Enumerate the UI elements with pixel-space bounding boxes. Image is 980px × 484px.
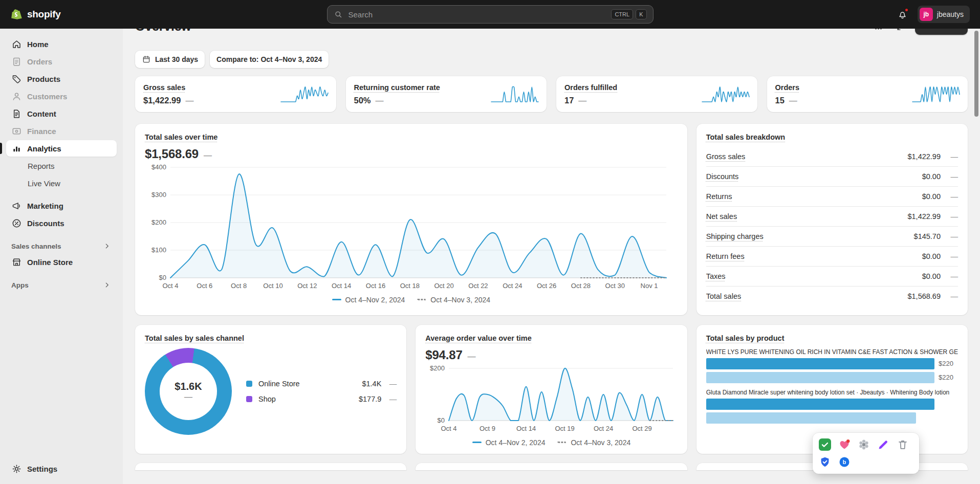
change-indicator: — [185, 96, 193, 105]
change-indicator: — [385, 395, 397, 403]
breakdown-row-return-fees: Return fees$0.00— [706, 247, 958, 267]
svg-text:Oct 14: Oct 14 [516, 425, 536, 432]
shield-icon[interactable] [819, 456, 831, 468]
brand-name: shopify [27, 9, 60, 20]
breakdown-label[interactable]: Gross sales [706, 152, 746, 161]
metric-title[interactable]: Total sales by sales channel [145, 334, 244, 342]
sidebar-item-online-store[interactable]: Online Store [6, 254, 117, 270]
apps-label: Apps [11, 281, 29, 289]
sidebar-item-analytics[interactable]: Analytics [6, 140, 117, 157]
aov-value: $94.87 [425, 348, 462, 362]
calendar-icon [142, 55, 151, 64]
sidebar-item-label: Settings [27, 465, 57, 473]
flower-icon[interactable] [858, 438, 870, 451]
kpi-card-returning-customer-rate[interactable]: Returning customer rate50%— [346, 76, 547, 112]
heart-icon[interactable] [838, 438, 851, 451]
breakdown-label[interactable]: Discounts [706, 172, 739, 181]
sidebar-item-label: Marketing [27, 202, 63, 210]
sidebar-item-reports[interactable]: Reports [6, 158, 117, 174]
svg-text:Oct 24: Oct 24 [503, 282, 522, 290]
svg-text:Oct 9: Oct 9 [480, 425, 495, 432]
breakdown-label[interactable]: Total sales [706, 292, 742, 300]
content-icon [11, 108, 22, 119]
svg-text:$0: $0 [159, 274, 166, 281]
search-icon [334, 10, 343, 19]
svg-text:Oct 30: Oct 30 [605, 282, 625, 290]
kpi-label[interactable]: Gross sales [143, 83, 185, 92]
circle-b-icon[interactable]: b [838, 456, 851, 468]
product-bar [706, 412, 917, 424]
kpi-card-orders-fulfilled[interactable]: Orders fulfilled17— [556, 76, 757, 112]
breakdown-label[interactable]: Returns [706, 192, 732, 201]
sales-channels-section[interactable]: Sales channels [6, 238, 117, 254]
color-swatch-icon [246, 396, 252, 402]
sidebar-item-finance[interactable]: Finance [6, 123, 117, 139]
svg-text:Oct 14: Oct 14 [332, 282, 351, 290]
shopify-logo[interactable]: shopify [10, 8, 60, 21]
sidebar-item-orders[interactable]: Orders [6, 53, 117, 70]
product-bar [706, 358, 934, 369]
svg-text:Oct 26: Oct 26 [537, 282, 556, 290]
user-menu[interactable]: jb jbeautys [918, 6, 970, 23]
sidebar-item-discounts[interactable]: Discounts [6, 215, 117, 231]
sidebar-item-label: Reports [28, 162, 55, 170]
legend-item: Oct 4–Nov 3, 2024 [557, 438, 630, 447]
svg-text:Nov 1: Nov 1 [641, 282, 658, 290]
svg-text:Oct 16: Oct 16 [366, 282, 385, 290]
channel-legend: Online Store$1.4K—Shop$177.9— [232, 376, 397, 407]
sidebar-item-marketing[interactable]: Marketing [6, 197, 117, 214]
sidebar-item-label: Customers [27, 92, 67, 101]
global-search[interactable]: CTRL K [327, 5, 654, 24]
kpi-value: $1,422.99 [143, 96, 181, 105]
svg-text:Oct 28: Oct 28 [571, 282, 591, 290]
metric-title[interactable]: Total sales over time [145, 133, 217, 141]
svg-text:Oct 4: Oct 4 [162, 282, 178, 290]
sidebar-item-label: Online Store [27, 258, 73, 267]
compare-filter[interactable]: Compare to: Oct 4–Nov 3, 2024 [210, 51, 329, 68]
breakdown-label[interactable]: Net sales [706, 212, 737, 221]
breakdown-label[interactable]: Shipping charges [706, 232, 764, 240]
sidebar-item-label: Discounts [27, 219, 64, 228]
notifications-button[interactable] [894, 6, 911, 23]
breakdown-value: $1,422.99 [907, 152, 941, 161]
breakdown-label[interactable]: Taxes [706, 272, 726, 280]
sidebar-item-products[interactable]: Products [6, 71, 117, 87]
kpi-card-gross-sales[interactable]: Gross sales$1,422.99— [135, 76, 336, 112]
apps-section[interactable]: Apps [6, 277, 117, 293]
date-range-filter[interactable]: Last 30 days [135, 51, 205, 68]
kpi-label[interactable]: Orders [775, 83, 800, 92]
kpi-card-orders[interactable]: Orders15— [767, 76, 968, 112]
kpi-label[interactable]: Returning customer rate [354, 83, 440, 92]
kpi-value: 15 [775, 96, 785, 105]
sidebar-item-settings[interactable]: Settings [6, 460, 117, 477]
sidebar-nav: HomeOrdersProductsCustomersContentFinanc… [6, 36, 117, 231]
checkmark-icon[interactable] [819, 438, 831, 451]
change-indicator: — [948, 252, 958, 260]
trash-icon[interactable] [897, 438, 909, 451]
orders-icon [11, 56, 22, 67]
scrollbar-thumb[interactable] [974, 31, 978, 117]
pen-icon[interactable] [877, 438, 889, 451]
sidebar-item-content[interactable]: Content [6, 105, 117, 122]
svg-text:Oct 19: Oct 19 [555, 425, 575, 432]
product-name: WHITE LYS PURE WHITENING OIL RICH IN VIT… [706, 348, 958, 356]
sidebar-item-live-view[interactable]: Live View [6, 175, 117, 191]
metric-title[interactable]: Total sales breakdown [706, 133, 785, 141]
breakdown-label[interactable]: Return fees [706, 252, 745, 260]
metric-title[interactable]: Total sales by product [706, 334, 785, 342]
discounts-icon [11, 218, 22, 229]
sidebar-item-home[interactable]: Home [6, 36, 117, 52]
channel-donut-chart: $1.6K — [145, 348, 232, 435]
svg-text:b: b [843, 459, 846, 465]
svg-text:Oct 18: Oct 18 [400, 282, 420, 290]
search-input[interactable] [347, 10, 607, 19]
sidebar-item-customers[interactable]: Customers [6, 88, 117, 104]
kpi-label[interactable]: Orders fulfilled [564, 83, 617, 92]
metric-title[interactable]: Average order value over time [425, 334, 531, 342]
k-key-badge: K [636, 9, 646, 19]
finance-icon [11, 126, 22, 137]
sidebar-item-label: Content [27, 109, 56, 118]
change-indicator: — [204, 151, 212, 160]
breakdown-value: $0.00 [922, 252, 941, 260]
svg-text:$100: $100 [151, 246, 166, 254]
